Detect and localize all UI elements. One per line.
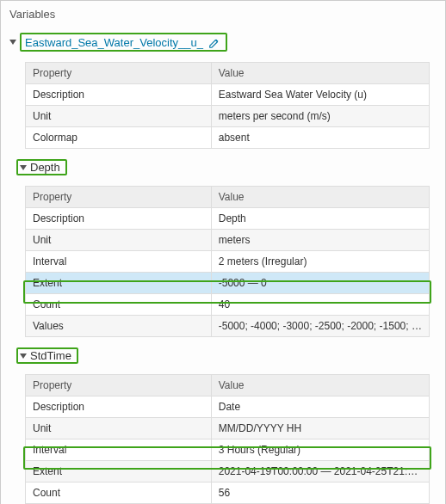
table-row[interactable]: Interval 2 meters (Irregular) bbox=[26, 251, 430, 273]
prop-cell: Interval bbox=[26, 439, 212, 461]
table-row[interactable]: Unit meters per second (m/s) bbox=[26, 106, 430, 127]
prop-cell: Unit bbox=[26, 106, 212, 127]
val-cell: Eastward Sea Water Velocity (u) bbox=[211, 84, 429, 106]
depth-title: Depth bbox=[30, 161, 60, 174]
table-row[interactable]: Count 56 bbox=[26, 482, 430, 504]
col-header-property[interactable]: Property bbox=[26, 375, 212, 396]
stdtime-title: StdTime bbox=[30, 349, 71, 362]
variable-name[interactable]: Eastward_Sea_Water_Velocity__u_ bbox=[25, 36, 203, 49]
table-row[interactable]: Extent 2021-04-19T00:00:00 — 2021-04-25T… bbox=[26, 461, 430, 482]
col-header-property[interactable]: Property bbox=[26, 187, 212, 208]
prop-cell: Values bbox=[26, 316, 212, 337]
variable-properties-table: Property Value Description Eastward Sea … bbox=[25, 62, 430, 149]
prop-cell: Unit bbox=[26, 230, 212, 251]
col-header-property[interactable]: Property bbox=[26, 63, 212, 84]
col-header-value[interactable]: Value bbox=[211, 63, 429, 84]
depth-properties-table: Property Value Description Depth Unit me… bbox=[25, 186, 430, 337]
table-row[interactable]: Unit meters bbox=[26, 230, 430, 251]
table-row[interactable]: Count 40 bbox=[26, 294, 430, 316]
prop-cell: Description bbox=[26, 84, 212, 106]
val-cell: 2021-04-19T00:00:00 — 2021-04-25T21:00:0… bbox=[211, 461, 429, 482]
panel-title: Variables bbox=[9, 6, 437, 26]
val-cell: -5000; -4000; -3000; -2500; -2000; -1500… bbox=[211, 316, 429, 337]
variable-header[interactable]: Eastward_Sea_Water_Velocity__u_ bbox=[9, 33, 227, 52]
stdtime-header[interactable]: StdTime bbox=[16, 347, 78, 364]
val-cell: 3 Hours (Regular) bbox=[211, 439, 429, 461]
table-row[interactable]: Description Date bbox=[26, 396, 430, 418]
col-header-value[interactable]: Value bbox=[211, 187, 429, 208]
table-row[interactable]: Description Depth bbox=[26, 208, 430, 230]
val-cell: MM/DD/YYYY HH bbox=[211, 418, 429, 439]
edit-icon[interactable] bbox=[208, 37, 220, 49]
chevron-down-icon bbox=[20, 353, 27, 359]
prop-cell: Description bbox=[26, 208, 212, 230]
val-cell: absent bbox=[211, 127, 429, 149]
prop-cell: Count bbox=[26, 294, 212, 316]
val-cell: 2 meters (Irregular) bbox=[211, 251, 429, 273]
prop-cell: Count bbox=[26, 482, 212, 504]
table-row[interactable]: Values -5000; -4000; -3000; -2500; -2000… bbox=[26, 316, 430, 337]
val-cell: Date bbox=[211, 396, 429, 418]
table-row[interactable]: Colormap absent bbox=[26, 127, 430, 149]
chevron-down-icon bbox=[9, 40, 16, 45]
depth-header[interactable]: Depth bbox=[16, 159, 67, 175]
table-row-extent[interactable]: Extent -5000 — 0 bbox=[26, 273, 430, 294]
table-row-interval[interactable]: Interval 3 Hours (Regular) bbox=[26, 439, 430, 461]
col-header-value[interactable]: Value bbox=[211, 375, 429, 396]
prop-cell: Unit bbox=[26, 418, 212, 439]
prop-cell: Extent bbox=[26, 273, 212, 294]
val-cell: 56 bbox=[211, 482, 429, 504]
prop-cell: Interval bbox=[26, 251, 212, 273]
prop-cell: Extent bbox=[26, 461, 212, 482]
val-cell: meters bbox=[211, 230, 429, 251]
prop-cell: Colormap bbox=[26, 127, 212, 149]
chevron-down-icon bbox=[20, 165, 27, 170]
prop-cell: Description bbox=[26, 396, 212, 418]
val-cell: -5000 — 0 bbox=[211, 273, 429, 294]
table-row[interactable]: Unit MM/DD/YYYY HH bbox=[26, 418, 430, 439]
variables-panel: Variables Eastward_Sea_Water_Velocity__u… bbox=[0, 0, 446, 504]
val-cell: 40 bbox=[211, 294, 429, 316]
table-row[interactable]: Description Eastward Sea Water Velocity … bbox=[26, 84, 430, 106]
val-cell: meters per second (m/s) bbox=[211, 106, 429, 127]
stdtime-properties-table: Property Value Description Date Unit MM/… bbox=[25, 374, 430, 504]
val-cell: Depth bbox=[211, 208, 429, 230]
